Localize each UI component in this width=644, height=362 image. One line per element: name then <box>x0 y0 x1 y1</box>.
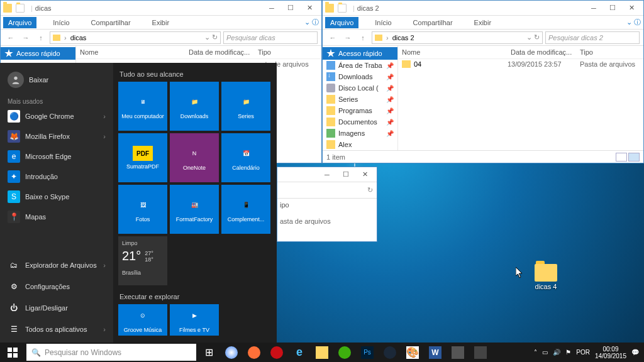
col-date[interactable]: Data de modificaç... <box>189 48 258 56</box>
tb-app1[interactable] <box>447 343 469 362</box>
sidebar-item-downloads[interactable]: Downloads📌 <box>323 71 397 82</box>
tray-clock[interactable]: 00:09 14/09/2015 <box>595 346 626 359</box>
app-intro[interactable]: ✦Introdução <box>0 167 113 187</box>
tb-firefox[interactable] <box>243 343 265 362</box>
tray-lang[interactable]: POR <box>576 349 590 356</box>
tile-groove[interactable]: ⊙Groove Música <box>118 304 167 336</box>
start-settings[interactable]: ⚙Configurações <box>0 276 113 297</box>
col-type[interactable]: Tipo <box>258 48 318 56</box>
ribbon-tab-share[interactable]: Compartilhar <box>86 17 136 28</box>
path-segment[interactable]: dicas <box>70 34 87 41</box>
dropdown-icon[interactable]: ⌄ ↻ <box>526 33 540 41</box>
tray-network-icon[interactable]: ▭ <box>542 349 548 356</box>
tile-formatfactory[interactable]: 🏭FormatFactory <box>170 185 219 234</box>
tile-movies[interactable]: ▶Filmes e TV <box>170 304 219 336</box>
ribbon-tab-home[interactable]: Início <box>370 17 396 28</box>
tb-utorrent[interactable] <box>333 343 356 362</box>
app-maps[interactable]: 📍Mapas <box>0 207 113 227</box>
tile-complement[interactable]: 📱Complement... <box>221 185 270 234</box>
tray-volume-icon[interactable]: 🔊 <box>553 349 560 356</box>
tile-weather[interactable]: Limpo 21° 27° 18° Brasília <box>118 236 167 285</box>
start-file-explorer[interactable]: 🗂Explorador de Arquivos› <box>0 255 113 276</box>
refresh-icon[interactable]: ↻ <box>367 186 373 194</box>
nav-back-button[interactable]: ← <box>326 31 339 44</box>
ribbon-expand-icon[interactable]: ⌄ ⓘ <box>304 18 319 27</box>
ribbon-tab-share[interactable]: Compartilhar <box>408 17 458 28</box>
tb-opera[interactable] <box>265 343 288 362</box>
maximize-button[interactable]: ☐ <box>603 2 622 14</box>
taskbar-search[interactable]: 🔍 Pesquisar no Windows <box>26 344 196 361</box>
search-input[interactable]: Pesquisar dicas 2 <box>545 31 640 44</box>
action-center-icon[interactable]: 💬 <box>631 349 639 356</box>
titlebar[interactable]: ─ ☐ ✕ <box>277 167 377 182</box>
nav-forward-button[interactable]: → <box>19 31 32 44</box>
tb-steam[interactable] <box>379 343 401 362</box>
titlebar[interactable]: | dicas 2 ─ ☐ ✕ <box>323 1 643 16</box>
path-box[interactable]: › dicas ⌄ ↻ <box>50 31 221 44</box>
file-row[interactable]: 04 13/09/2015 23:57 Pasta de arquivos <box>398 59 643 69</box>
dropdown-icon[interactable]: ⌄ ↻ <box>204 33 218 41</box>
ribbon-tab-file[interactable]: Arquivo <box>325 17 358 28</box>
ribbon-tab-home[interactable]: Início <box>48 17 74 28</box>
minimize-button[interactable]: ─ <box>584 2 603 14</box>
sidebar-item-alex[interactable]: Alex <box>323 139 397 150</box>
sidebar-item-programas[interactable]: Programas📌 <box>323 105 397 116</box>
view-details-button[interactable] <box>616 153 627 162</box>
close-button[interactable]: ✕ <box>622 2 641 14</box>
app-skype[interactable]: SBaixe o Skype <box>0 187 113 207</box>
app-chrome[interactable]: 🔵Google Chrome› <box>0 106 113 126</box>
tile-calendar[interactable]: 📅Calendário <box>221 133 270 182</box>
sidebar-item-series[interactable]: Series📌 <box>323 94 397 105</box>
file-pane[interactable]: Nome Data de modificaç... Tipo 04 13/09/… <box>398 46 643 150</box>
ribbon-tab-view[interactable]: Exibir <box>469 17 497 28</box>
tile-onenote[interactable]: NOneNote <box>170 133 219 182</box>
ribbon-tab-view[interactable]: Exibir <box>147 17 175 28</box>
ribbon-tab-file[interactable]: Arquivo <box>3 17 36 28</box>
tb-explorer[interactable] <box>311 343 333 362</box>
nav-forward-button[interactable]: → <box>341 31 354 44</box>
col-name[interactable]: Nome <box>402 48 511 56</box>
tb-paint[interactable]: 🎨 <box>401 343 424 362</box>
sidebar-quick-access[interactable]: Acesso rápido <box>1 47 75 60</box>
nav-up-button[interactable]: ↑ <box>357 31 369 44</box>
tb-chrome[interactable] <box>220 343 243 362</box>
minimize-button[interactable]: ─ <box>262 2 281 14</box>
tile-photos[interactable]: 🖼Fotos <box>118 185 167 234</box>
col-name[interactable]: Nome <box>80 48 189 56</box>
tile-group-title[interactable]: Tudo ao seu alcance <box>118 68 272 82</box>
nav-back-button[interactable]: ← <box>4 31 17 44</box>
start-power[interactable]: ⏻Ligar/Desligar <box>0 297 113 319</box>
sidebar-item-documentos[interactable]: Documentos📌 <box>323 116 397 128</box>
tile-downloads[interactable]: 📁Downloads <box>170 82 219 131</box>
tray-chevron-up-icon[interactable]: ˄ <box>534 349 537 356</box>
search-input[interactable]: Pesquisar dicas <box>223 31 318 44</box>
file-pane[interactable]: ipo asta de arquivos <box>277 199 377 241</box>
nav-up-button[interactable]: ↑ <box>35 31 47 44</box>
sidebar-item-desktop[interactable]: Área de Traba📌 <box>323 60 397 71</box>
path-box[interactable]: › dicas 2 ⌄ ↻ <box>372 31 543 44</box>
sidebar-quick-access[interactable]: Acesso rápido <box>323 47 397 60</box>
tile-this-pc[interactable]: 🖥Meu computador <box>118 82 167 131</box>
tb-photoshop[interactable]: Ps <box>356 343 379 362</box>
path-segment[interactable]: dicas 2 <box>392 34 414 41</box>
tile-group-title[interactable]: Executar e explorar <box>118 290 272 304</box>
tile-sumatra[interactable]: PDFSumatraPDF <box>118 133 167 182</box>
app-firefox[interactable]: 🦊Mozilla Firefox› <box>0 126 113 146</box>
start-all-apps[interactable]: ☰Todos os aplicativos› <box>0 319 113 340</box>
tray-flag-icon[interactable]: ⚑ <box>565 349 571 356</box>
start-button[interactable] <box>0 343 25 362</box>
column-headers[interactable]: Nome Data de modificaç... Tipo <box>76 46 321 59</box>
tb-word[interactable]: W <box>424 343 447 362</box>
desktop-folder[interactable]: dicas 4 <box>535 264 557 290</box>
col-type[interactable]: Tipo <box>580 48 640 56</box>
taskview-button[interactable]: ⊞ <box>197 343 220 362</box>
close-button[interactable]: ✕ <box>300 2 319 14</box>
titlebar[interactable]: | dicas ─ ☐ ✕ <box>1 1 321 16</box>
col-date[interactable]: Data de modificaç... <box>511 48 580 56</box>
start-user[interactable]: Baixar <box>0 65 113 94</box>
column-headers[interactable]: Nome Data de modificaç... Tipo <box>398 46 643 59</box>
sidebar-item-imagens[interactable]: Imagens📌 <box>323 128 397 139</box>
ribbon-expand-icon[interactable]: ⌄ ⓘ <box>626 18 641 27</box>
sidebar-item-disk[interactable]: Disco Local (📌 <box>323 82 397 94</box>
tb-app2[interactable] <box>469 343 492 362</box>
